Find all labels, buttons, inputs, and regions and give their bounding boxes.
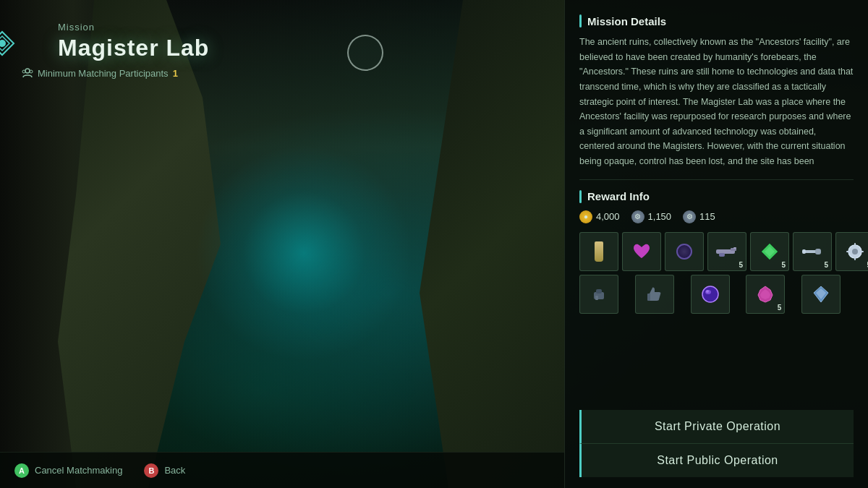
svg-rect-24 — [647, 294, 650, 301]
back-action[interactable]: B Back — [144, 463, 185, 478]
start-public-operation-button[interactable]: Start Public Operation — [579, 443, 854, 477]
svg-rect-13 — [815, 249, 821, 254]
tool-icon — [591, 286, 607, 302]
rock-right — [420, 0, 564, 488]
thumbs-up-icon — [647, 286, 663, 302]
reward-grid-row1: 5 5 5 5 — [579, 232, 854, 271]
currency-gear1-value: 1,150 — [648, 211, 672, 222]
mission-header: Mission Magister Lab Minimum Matching Pa… — [22, 22, 209, 79]
cancel-matchmaking-action[interactable]: A Cancel Matchmaking — [14, 463, 122, 478]
orb-icon — [701, 285, 720, 304]
crystal-icon — [757, 286, 774, 303]
cog-icon — [846, 242, 864, 261]
participants-icon — [22, 67, 33, 79]
green-gem-count: 5 — [781, 261, 786, 269]
loading-circle-icon — [347, 35, 383, 71]
reward-item-orb[interactable] — [691, 275, 730, 314]
svg-point-16 — [852, 249, 858, 254]
reward-item-thumb[interactable] — [635, 275, 674, 314]
cancel-button-icon: A — [14, 463, 29, 478]
reward-item-bullet[interactable] — [579, 232, 618, 271]
operation-buttons: Start Private Operation Start Public Ope… — [579, 410, 854, 477]
reward-currencies: ● 4,000 ⚙ 1,150 ⚙ 115 — [579, 210, 854, 223]
rifle-icon — [716, 245, 738, 258]
back-label: Back — [164, 465, 185, 476]
coin-icon: ● — [579, 210, 592, 223]
currency-gold: ● 4,000 — [579, 210, 620, 223]
svg-rect-8 — [719, 253, 725, 257]
reward-grid-row2: 5 — [579, 275, 854, 314]
reward-item-diamond[interactable] — [801, 275, 841, 314]
bullet-icon — [595, 241, 603, 262]
cancel-matchmaking-label: Cancel Matchmaking — [35, 465, 122, 476]
mission-icon — [0, 30, 15, 56]
svg-rect-18 — [854, 257, 856, 260]
reward-info-title: Reward Info — [579, 190, 854, 203]
reward-item-gear-dark[interactable] — [665, 232, 704, 271]
currency-gear2: ⚙ 115 — [683, 210, 715, 223]
mission-title: Magister Lab — [58, 35, 209, 61]
start-private-operation-button[interactable]: Start Private Operation — [579, 410, 854, 443]
currency-gear2-value: 115 — [699, 211, 715, 222]
svg-rect-14 — [802, 249, 806, 254]
back-button-icon: B — [144, 463, 158, 478]
green-gem-icon — [761, 243, 778, 260]
svg-point-2 — [0, 40, 6, 47]
reward-item-green-gem[interactable]: 5 — [750, 232, 789, 271]
gear-icon-2: ⚙ — [683, 210, 696, 223]
rifle-count: 5 — [739, 261, 743, 269]
svg-rect-19 — [846, 251, 850, 252]
reward-item-tool[interactable] — [579, 275, 618, 314]
mission-label: Mission — [58, 22, 209, 33]
svg-point-25 — [702, 286, 718, 302]
gear-icon-1: ⚙ — [631, 210, 644, 223]
right-panel: Mission Details The ancient ruins, colle… — [564, 0, 868, 488]
currency-gold-value: 4,000 — [596, 211, 620, 222]
heart-icon — [633, 244, 650, 260]
participants-label: Minimum Matching Participants — [38, 68, 169, 79]
divider — [579, 179, 854, 180]
svg-rect-20 — [860, 251, 864, 252]
crystal-count: 5 — [778, 304, 782, 312]
mission-details-title: Mission Details — [579, 14, 854, 27]
participants-row: Minimum Matching Participants 1 — [22, 67, 209, 79]
svg-rect-17 — [854, 243, 856, 247]
currency-gear1: ⚙ 1,150 — [631, 210, 672, 223]
spacer — [579, 314, 854, 410]
svg-rect-22 — [596, 289, 602, 294]
diamond-icon — [812, 286, 830, 303]
svg-point-3 — [25, 69, 30, 73]
wrench-count: 5 — [824, 261, 828, 269]
svg-rect-9 — [733, 247, 736, 249]
cave-glow — [195, 145, 412, 361]
reward-item-cog[interactable]: 5 — [835, 232, 868, 271]
bottom-bar: A Cancel Matchmaking B Back — [0, 452, 564, 488]
reward-item-heart[interactable] — [622, 232, 661, 271]
gear-dark-icon — [676, 244, 692, 260]
svg-point-27 — [706, 290, 709, 293]
reward-item-crystal[interactable]: 5 — [746, 275, 785, 314]
svg-rect-23 — [595, 296, 598, 300]
participants-count: 1 — [173, 68, 178, 79]
wrench-icon — [802, 244, 822, 259]
reward-item-rifle[interactable]: 5 — [707, 232, 746, 271]
reward-item-wrench[interactable]: 5 — [793, 232, 832, 271]
mission-description: The ancient ruins, collectively known as… — [579, 35, 854, 169]
